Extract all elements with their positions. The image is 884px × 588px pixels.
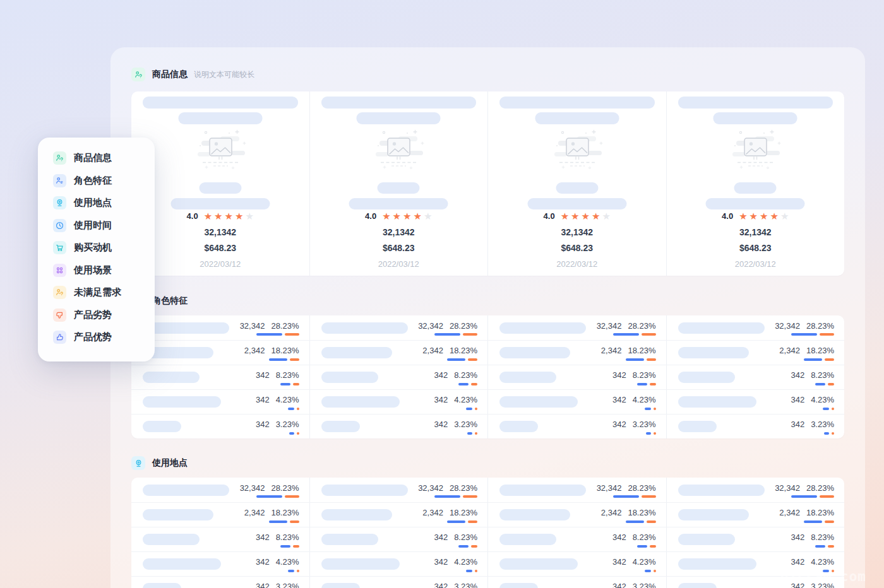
table-cell: 2,34218.23% (666, 341, 845, 365)
table-row: 3423.23%3423.23%3423.23%3423.23% (131, 414, 844, 438)
cell-percent: 28.23% (628, 484, 655, 493)
cell-data: 2,34218.23% (422, 346, 477, 360)
cell-data: 3428.23% (256, 371, 299, 385)
blue-bar (280, 545, 290, 548)
product-card[interactable]: 4.0★★★★★32,1342$648.232022/03/12 (131, 91, 309, 276)
sidebar-item-product-info[interactable]: 商品信息 (53, 151, 155, 165)
rating-value: 4.0 (187, 211, 198, 221)
mini-bar-chart (256, 333, 299, 336)
blue-bar (447, 520, 465, 523)
cell-value: 32,342 (775, 322, 800, 331)
cell-value: 342 (791, 420, 804, 429)
table-cell: 3428.23% (666, 365, 845, 389)
price: $648.23 (310, 243, 488, 253)
cell-data: 3423.23% (791, 420, 834, 434)
table-cell: 32,34228.23% (309, 315, 488, 340)
cell-percent: 8.23% (633, 371, 656, 380)
skeleton-label-bar (499, 396, 578, 408)
product-card[interactable]: 4.0★★★★★32,1342$648.232022/03/12 (666, 91, 845, 276)
orange-bar (293, 545, 299, 548)
orange-bar (828, 383, 834, 385)
cell-data: 3428.23% (791, 533, 834, 547)
table-cell: 3424.23% (309, 552, 488, 576)
skeleton-label-bar (199, 182, 241, 194)
sidebar-item-usage-time[interactable]: 使用时间 (53, 219, 155, 232)
sales-count: 32,1342 (131, 227, 309, 237)
blue-bar (637, 545, 647, 548)
cell-data: 3424.23% (256, 558, 299, 572)
skeleton-text-bar (170, 198, 270, 209)
role-traits-table: 32,34228.23%32,34228.23%32,34228.23%32,3… (131, 315, 844, 438)
table-row: 2,34218.23%2,34218.23%2,34218.23%2,34218… (131, 340, 844, 365)
blue-bar (467, 432, 472, 435)
sales-count: 32,1342 (488, 227, 666, 237)
skeleton-label-bar (321, 372, 378, 383)
skeleton-label-bar (499, 485, 586, 496)
mini-bar-chart (791, 495, 834, 498)
star-icon: ★ (592, 211, 600, 221)
cell-data: 3428.23% (434, 371, 477, 385)
star-icon: ★ (424, 211, 432, 221)
blue-bar (434, 495, 460, 498)
cell-percent: 3.23% (454, 420, 477, 429)
skeleton-label-bar (143, 583, 181, 588)
product-card[interactable]: 4.0★★★★★32,1342$648.232022/03/12 (309, 91, 488, 276)
mini-bar-chart (637, 383, 656, 385)
section-description: 说明文本可能较长 (194, 69, 254, 80)
star-icon: ★ (204, 211, 212, 221)
skeleton-title-bar (321, 97, 477, 109)
table-cell: 3424.23% (487, 552, 666, 576)
skeleton-label-bar (734, 182, 777, 194)
sidebar-item-product-weakness[interactable]: 产品劣势 (53, 309, 155, 322)
product-cards-container: 4.0★★★★★32,1342$648.232022/03/124.0★★★★★… (131, 91, 844, 276)
cell-value: 32,342 (775, 484, 800, 493)
sidebar-item-usage-scene[interactable]: 使用场景 (53, 264, 155, 277)
cell-value: 342 (612, 371, 626, 380)
cell-value: 32,342 (240, 484, 265, 493)
table-row: 3424.23%3424.23%3424.23%3424.23% (131, 551, 844, 576)
orange-bar (468, 520, 477, 523)
star-rating-icon: ★★★★★ (739, 211, 789, 221)
orange-bar (471, 383, 477, 385)
mini-bar-chart (269, 520, 299, 523)
rating-row: 4.0★★★★★ (131, 211, 309, 221)
skeleton-subtitle-bar (178, 112, 262, 124)
mini-bar-chart (823, 408, 834, 410)
cell-data: 3428.23% (256, 533, 299, 547)
product-card[interactable]: 4.0★★★★★32,1342$648.232022/03/12 (487, 91, 666, 276)
cell-percent: 18.23% (806, 346, 834, 355)
blue-bar (434, 333, 460, 336)
orange-bar (832, 432, 834, 435)
sidebar-item-role-traits[interactable]: 角色特征 (53, 174, 155, 187)
cell-data: 3423.23% (434, 582, 477, 588)
sidebar-item-product-strength[interactable]: 产品优势 (53, 331, 155, 344)
mini-bar-chart (645, 408, 656, 410)
sidebar-item-purchase-motivation[interactable]: 购买动机 (53, 241, 155, 254)
skeleton-label-bar (499, 421, 538, 432)
skeleton-label-bar (378, 182, 420, 194)
section-header-usage-location: 使用地点 (131, 456, 188, 471)
skeleton-subtitle-bar (535, 112, 619, 124)
rating-value: 4.0 (544, 211, 555, 221)
star-rating-icon: ★★★★★ (561, 211, 611, 221)
table-cell: 32,34228.23% (487, 478, 666, 502)
cell-data: 32,34228.23% (418, 484, 477, 498)
cell-value: 342 (612, 582, 626, 588)
skeleton-label-bar (321, 347, 392, 358)
sidebar-item-unmet-needs[interactable]: 未满足需求 (53, 286, 155, 299)
sidebar-item-usage-location[interactable]: 使用地点 (53, 196, 155, 209)
table-cell: 3428.23% (131, 527, 309, 551)
cell-value: 2,342 (601, 509, 622, 517)
cell-percent: 28.23% (806, 484, 834, 493)
orange-bar (647, 520, 656, 523)
blue-bar (288, 408, 294, 410)
cell-percent: 8.23% (811, 371, 834, 380)
cell-data: 3424.23% (612, 558, 656, 572)
orange-bar (290, 520, 299, 523)
table-cell: 3424.23% (131, 390, 309, 414)
cell-data: 32,34228.23% (418, 322, 477, 336)
cell-value: 2,342 (779, 509, 800, 517)
cell-value: 32,342 (597, 322, 622, 331)
mini-bar-chart (447, 358, 477, 361)
cell-value: 342 (256, 396, 270, 404)
